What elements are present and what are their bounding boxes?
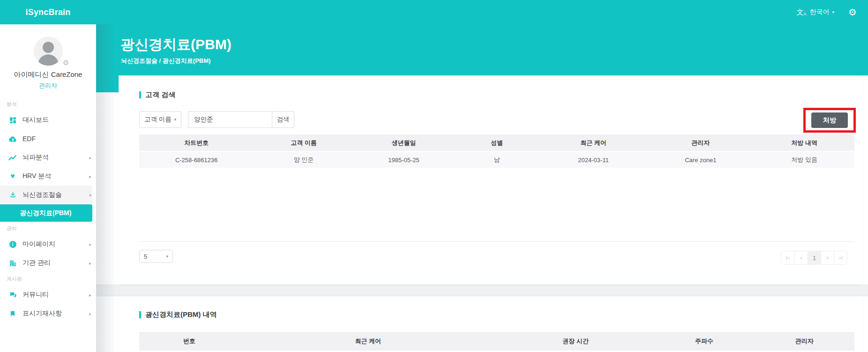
settings-gear-icon[interactable]: ⚙ (848, 7, 857, 17)
pbm-history-card: 광신경치료(PBM) 내역 번호 최근 케어 권장 시간 주파수 관리자 (119, 296, 862, 352)
pagination-next-button[interactable]: > (821, 251, 834, 264)
sidebar-item-edf[interactable]: EDF (0, 129, 96, 148)
sidebar-subitem-pbm-active[interactable]: 광신경치료(PBM) (0, 204, 92, 222)
col-prescription: 처방 내역 (754, 135, 854, 151)
chevron-down-icon: ▾ (166, 254, 168, 259)
bookmark-icon (7, 310, 18, 317)
chevron-down-icon[interactable]: ▾ (832, 10, 835, 15)
dashboard-icon (7, 116, 18, 124)
sidebar-item-label: HRV 분석 (22, 172, 51, 180)
translate-icon: 文A (797, 8, 807, 17)
col-manager: 관리자 (647, 135, 754, 151)
chevron-right-icon: ▸ (89, 174, 91, 179)
user-name: 아이메디신 CareZone (0, 70, 96, 79)
chevron-right-icon: ▸ (89, 155, 91, 160)
heart-icon: ♥ (7, 172, 18, 180)
sidebar-item-hrv-analysis[interactable]: ♥ HRV 분석 ▸ (0, 167, 96, 186)
col-recent-care: 최근 케어 (540, 135, 647, 151)
menu-section-board: 게시판 (0, 272, 96, 285)
page-title: 광신경치료(PBM) (96, 24, 868, 54)
download-icon (7, 191, 18, 199)
menu-section-management: 관리 (0, 222, 96, 235)
chevron-right-icon: ▸ (89, 242, 91, 247)
cell-chart-number: C-258-6861236 (139, 152, 254, 168)
col-customer-name: 고객 이름 (254, 135, 354, 151)
card-divider-band (96, 285, 868, 296)
menu-section-analysis: 분석 (0, 97, 96, 111)
prescribe-button[interactable]: 처방 (811, 112, 848, 128)
cell-gender: 남 (454, 152, 539, 168)
sidebar-menu: 분석 대시보드 EDF 뇌파분석 ▸ ♥ HRV 분석 ▸ (0, 97, 96, 323)
section-bar-icon (139, 91, 141, 98)
sidebar-item-community[interactable]: 커뮤니티 ▸ (0, 285, 96, 304)
chevron-down-icon: ▾ (89, 193, 91, 198)
pbm-history-title: 광신경치료(PBM) 내역 (139, 310, 862, 319)
page-size-select[interactable]: 5 ▾ (139, 250, 173, 263)
search-button[interactable]: 검색 (272, 111, 294, 128)
pagination-first-button[interactable]: |< (781, 251, 794, 264)
sidebar-item-label: 마이페이지 (22, 240, 55, 248)
language-selector[interactable]: 한국어 (810, 8, 830, 16)
customer-search-input[interactable] (188, 111, 272, 128)
topbar-actions: 文A 한국어 ▾ ⚙ (797, 7, 868, 17)
sidebar-item-label: 대시보드 (22, 116, 49, 124)
line-chart-icon (7, 154, 18, 161)
sidebar-item-label: 뇌신경조절술 (22, 191, 62, 199)
cell-customer-name: 양 인준 (254, 152, 354, 168)
profile-settings-gear-icon[interactable]: ⚙ (63, 59, 69, 67)
chevron-right-icon: ▸ (89, 292, 91, 298)
customer-search-card: 고객 검색 고객 이름 ▾ 검색 처방 차트번호 고객 이름 생년월일 성별 최… (119, 75, 862, 285)
customer-table: 차트번호 고객 이름 생년월일 성별 최근 케어 관리자 처방 내역 C-258… (139, 135, 854, 242)
sidebar: ⚙ 아이메디신 CareZone 관리자 분석 대시보드 EDF 뇌파분석 ▸ … (0, 24, 96, 352)
sidebar-item-org-management[interactable]: 기관 관리 ▸ (0, 254, 96, 272)
col-birth-date: 생년월일 (354, 135, 454, 151)
pbm-history-table-header: 번호 최근 케어 권장 시간 주파수 관리자 (139, 332, 854, 351)
col-number: 번호 (139, 332, 239, 351)
col-manager: 관리자 (754, 332, 854, 351)
cell-birth-date: 1985-05-25 (354, 152, 454, 168)
sidebar-item-label: EDF (22, 135, 36, 142)
col-gender: 성별 (454, 135, 539, 151)
chevron-right-icon: ▸ (89, 311, 91, 316)
sidebar-item-label: 커뮤니티 (22, 291, 49, 299)
pbm-history-table: 번호 최근 케어 권장 시간 주파수 관리자 (139, 332, 854, 352)
pagination: |< < 1 > >| (781, 251, 847, 265)
sidebar-item-label: 표시기재사항 (22, 309, 62, 318)
sidebar-item-label: 뇌파분석 (22, 153, 49, 162)
info-icon: i (7, 241, 18, 248)
app-logo: iSyncBrain (0, 7, 96, 17)
chevron-right-icon: ▸ (89, 261, 91, 266)
cell-recent-care: 2024-03-11 (540, 152, 647, 168)
col-recent-care: 최근 케어 (239, 332, 497, 351)
pagination-prev-button[interactable]: < (794, 251, 808, 264)
search-controls: 고객 이름 ▾ 검색 (139, 111, 294, 128)
cell-manager: Care zone1 (647, 152, 754, 168)
col-chart-number: 차트번호 (139, 135, 254, 151)
user-avatar-wrap: ⚙ (34, 37, 63, 66)
sidebar-item-labeling-info[interactable]: 표시기재사항 ▸ (0, 304, 96, 323)
customer-table-header: 차트번호 고객 이름 생년월일 성별 최근 케어 관리자 처방 내역 (139, 135, 854, 151)
pagination-page-1[interactable]: 1 (808, 251, 821, 264)
sidebar-item-eeg-analysis[interactable]: 뇌파분석 ▸ (0, 148, 96, 167)
breadcrumb: 뇌신경조절술 / 광신경치료(PBM) (96, 54, 868, 65)
pagination-last-button[interactable]: >| (834, 251, 847, 264)
highlight-red-frame: 처방 (803, 108, 856, 133)
filter-type-select[interactable]: 고객 이름 ▾ (139, 111, 181, 128)
header-band-extension (96, 75, 119, 92)
sidebar-item-my-page[interactable]: i 마이페이지 ▸ (0, 235, 96, 254)
top-bar: iSyncBrain 文A 한국어 ▾ ⚙ (0, 0, 868, 24)
section-bar-icon (139, 311, 141, 318)
sidebar-item-label: 기관 관리 (22, 259, 51, 267)
building-icon (7, 259, 18, 267)
customer-search-title: 고객 검색 (139, 90, 862, 99)
sidebar-item-dashboard[interactable]: 대시보드 (0, 111, 96, 129)
chevron-down-icon: ▾ (174, 117, 176, 122)
customer-table-row[interactable]: C-258-6861236 양 인준 1985-05-25 남 2024-03-… (139, 151, 854, 168)
chat-icon (7, 291, 18, 299)
sidebar-item-neuromodulation[interactable]: 뇌신경조절술 ▾ (0, 186, 92, 204)
col-recommended-time: 권장 시간 (497, 332, 654, 351)
customer-table-empty-area (139, 168, 854, 242)
col-frequency: 주파수 (654, 332, 755, 351)
page-header-band: 광신경치료(PBM) 뇌신경조절술 / 광신경치료(PBM) (96, 24, 868, 75)
cloud-download-icon (7, 135, 18, 143)
